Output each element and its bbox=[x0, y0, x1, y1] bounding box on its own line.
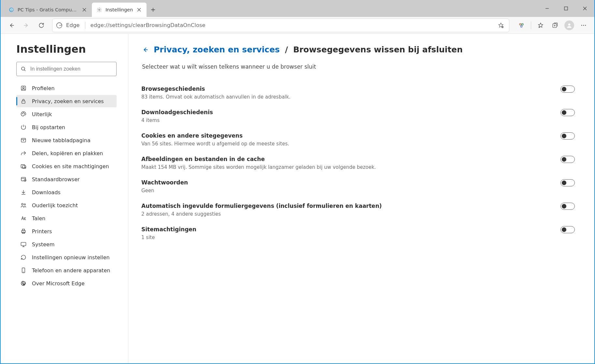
close-icon[interactable] bbox=[136, 7, 142, 13]
nav-label: Nieuwe tabbladpagina bbox=[32, 137, 91, 143]
lock-icon bbox=[20, 98, 27, 104]
nav-reset[interactable]: Instellingen opnieuw instellen bbox=[16, 251, 117, 263]
setting-description: 2 adressen, 4 andere suggesties bbox=[141, 211, 547, 217]
nav-label: Standaardbrowser bbox=[32, 176, 80, 182]
settings-sidebar: Instellingen Profielen Privacy, zoeken e… bbox=[1, 34, 128, 363]
nav-cookies[interactable]: Cookies en site machtigingen bbox=[16, 160, 117, 172]
setting-row: WachtwoordenGeen bbox=[141, 175, 575, 198]
address-bar[interactable]: Edge edge://settings/clearBrowsingDataOn… bbox=[52, 19, 509, 32]
svg-rect-22 bbox=[21, 165, 25, 168]
setting-title: Cookies en andere sitegegevens bbox=[141, 132, 547, 139]
setting-title: Afbeeldingen en bestanden in de cache bbox=[141, 156, 547, 162]
minimize-button[interactable] bbox=[538, 0, 557, 17]
nav-family[interactable]: Ouderlijk toezicht bbox=[16, 199, 117, 211]
page-title: Browsegegevens wissen bij afsluiten bbox=[293, 45, 463, 54]
new-tab-button[interactable] bbox=[147, 3, 160, 17]
svg-rect-17 bbox=[22, 101, 25, 103]
svg-point-14 bbox=[21, 67, 25, 70]
svg-point-7 bbox=[522, 23, 523, 25]
nav-about[interactable]: Over Microsoft Edge bbox=[16, 277, 117, 290]
cookies-icon bbox=[20, 163, 27, 169]
svg-rect-29 bbox=[21, 231, 25, 233]
collections-button[interactable] bbox=[548, 19, 562, 32]
nav-system[interactable]: Systeem bbox=[16, 238, 117, 250]
setting-row: Cookies en andere sitegegevensVan 56 sit… bbox=[141, 128, 575, 151]
nav-phone[interactable]: Telefoon en andere apparaten bbox=[16, 264, 117, 276]
setting-text: Cookies en andere sitegegevensVan 56 sit… bbox=[141, 132, 547, 147]
maximize-button[interactable] bbox=[557, 0, 575, 17]
nav-share[interactable]: Delen, kopiëren en plakken bbox=[16, 147, 117, 159]
profile-button[interactable] bbox=[562, 19, 576, 32]
nav-label: Downloads bbox=[32, 189, 61, 195]
edge-icon bbox=[20, 280, 27, 287]
svg-point-6 bbox=[519, 23, 521, 25]
edge-icon bbox=[56, 22, 63, 29]
browser-icon bbox=[20, 176, 27, 182]
svg-point-18 bbox=[22, 114, 23, 114]
printer-icon bbox=[20, 228, 27, 235]
nav-label: Systeem bbox=[32, 241, 55, 248]
nav-newtab[interactable]: Nieuwe tabbladpagina bbox=[16, 134, 117, 146]
favorites-button[interactable] bbox=[534, 19, 547, 32]
breadcrumb-separator: / bbox=[285, 45, 288, 54]
toggle-switch[interactable] bbox=[560, 179, 575, 186]
svg-rect-30 bbox=[22, 229, 25, 230]
search-icon bbox=[21, 66, 26, 72]
toggle-switch[interactable] bbox=[560, 156, 575, 163]
setting-title: Wachtwoorden bbox=[141, 179, 547, 186]
extension-icon[interactable] bbox=[515, 19, 528, 32]
setting-description: Geen bbox=[141, 188, 547, 194]
nav-label: Printers bbox=[32, 228, 52, 235]
tab-strip: ⓜ PC Tips - Gratis Computer Tips, i Inst… bbox=[1, 0, 538, 17]
newtab-icon bbox=[20, 137, 27, 143]
tab-settings[interactable]: Instellingen bbox=[92, 3, 147, 17]
toggle-switch[interactable] bbox=[560, 132, 575, 140]
breadcrumb-back-button[interactable] bbox=[141, 46, 149, 54]
nav-profiles[interactable]: Profielen bbox=[16, 82, 117, 94]
main-panel: Privacy, zoeken en services / Browsegege… bbox=[128, 34, 594, 363]
back-button[interactable] bbox=[5, 19, 18, 32]
window-close-button[interactable] bbox=[575, 0, 594, 17]
tab-pctips[interactable]: ⓜ PC Tips - Gratis Computer Tips, i bbox=[4, 3, 92, 17]
nav-label: Over Microsoft Edge bbox=[32, 280, 85, 287]
refresh-button[interactable] bbox=[35, 19, 48, 32]
svg-point-19 bbox=[23, 113, 24, 113]
nav-downloads[interactable]: Downloads bbox=[16, 186, 117, 198]
nav-appearance[interactable]: Uiterlijk bbox=[16, 108, 117, 120]
breadcrumb: Privacy, zoeken en services / Browsegege… bbox=[141, 45, 575, 54]
svg-point-2 bbox=[99, 9, 100, 10]
close-icon[interactable] bbox=[81, 7, 87, 13]
favorite-star-icon[interactable] bbox=[496, 20, 506, 30]
nav-languages[interactable]: Talen bbox=[16, 212, 117, 224]
tab-title: PC Tips - Gratis Computer Tips, i bbox=[18, 7, 78, 12]
toggle-switch[interactable] bbox=[560, 203, 575, 210]
forward-button[interactable] bbox=[20, 19, 33, 32]
svg-point-10 bbox=[568, 23, 571, 26]
settings-search[interactable] bbox=[16, 62, 117, 76]
toggle-switch[interactable] bbox=[560, 109, 575, 116]
nav-printers[interactable]: Printers bbox=[16, 225, 117, 237]
more-button[interactable] bbox=[577, 19, 590, 32]
svg-point-28 bbox=[24, 204, 25, 205]
separator bbox=[531, 21, 531, 29]
breadcrumb-link[interactable]: Privacy, zoeken en services bbox=[154, 45, 280, 54]
nav-list: Profielen Privacy, zoeken en services Ui… bbox=[16, 82, 123, 290]
nav-label: Uiterlijk bbox=[32, 111, 52, 117]
svg-point-12 bbox=[583, 25, 584, 26]
search-input[interactable] bbox=[30, 66, 112, 72]
svg-point-24 bbox=[25, 167, 25, 168]
nav-startup[interactable]: Bij opstarten bbox=[16, 121, 117, 133]
nav-default-browser[interactable]: Standaardbrowser bbox=[16, 173, 117, 185]
setting-text: Automatisch ingevulde formuliergegevens … bbox=[141, 203, 547, 217]
nav-label: Telefoon en andere apparaten bbox=[32, 267, 110, 274]
toggle-switch[interactable] bbox=[560, 226, 575, 233]
power-icon bbox=[20, 124, 27, 130]
setting-text: WachtwoordenGeen bbox=[141, 179, 547, 194]
toolbar-right bbox=[513, 19, 590, 32]
toggle-switch[interactable] bbox=[560, 86, 575, 93]
appearance-icon bbox=[20, 111, 27, 117]
separator bbox=[85, 22, 85, 29]
content-area: Instellingen Profielen Privacy, zoeken e… bbox=[1, 34, 594, 363]
nav-label: Instellingen opnieuw instellen bbox=[32, 254, 110, 261]
nav-privacy[interactable]: Privacy, zoeken en services bbox=[16, 95, 117, 107]
